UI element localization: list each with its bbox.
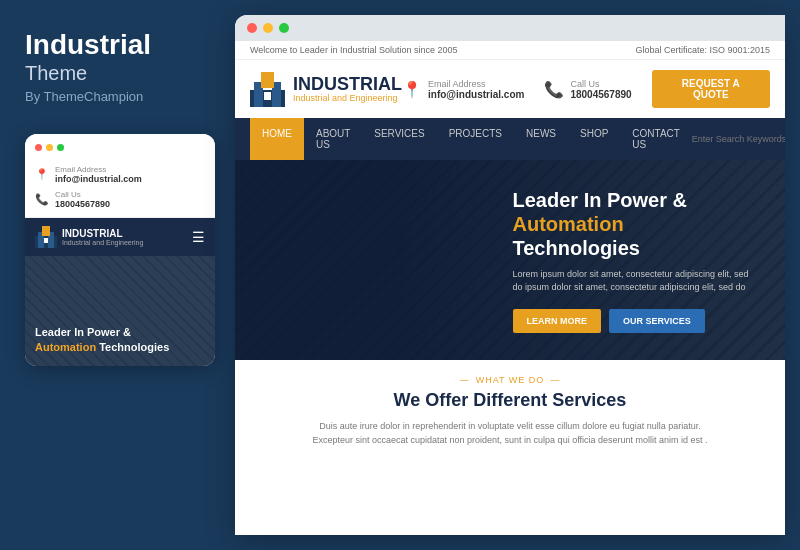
- desktop-logo-sub: Industrial and Engineering: [293, 93, 402, 103]
- desktop-phone-label: Call Us: [570, 79, 631, 89]
- nav-item-services[interactable]: SERVICES: [362, 118, 436, 160]
- desktop-logo: INDUSTRIAL Industrial and Engineering: [250, 72, 402, 107]
- mobile-dots: [35, 142, 64, 151]
- desktop-hero-buttons: LEARN MORE OUR SERVICES: [513, 309, 756, 333]
- services-what-we-do: WHAT WE DO: [255, 375, 765, 385]
- desktop-dot-red: [247, 23, 257, 33]
- mobile-hero-normal: Technologies: [96, 341, 169, 353]
- nav-item-news[interactable]: NEWS: [514, 118, 568, 160]
- hamburger-icon[interactable]: ☰: [192, 229, 205, 245]
- topbar-right-text: Global Certificate: ISO 9001:2015: [635, 45, 770, 55]
- desktop-email-icon: 📍: [402, 80, 422, 99]
- desktop-browser-bar: [235, 15, 785, 41]
- mobile-phone-label: Call Us: [55, 190, 110, 199]
- svg-rect-8: [261, 72, 274, 88]
- desktop-nav-links: HOME ABOUT US SERVICES PROJECTS NEWS SHO…: [250, 118, 692, 160]
- location-icon: 📍: [35, 168, 49, 181]
- mobile-mockup: 📍 Email Address info@industrial.com 📞 Ca…: [25, 134, 215, 366]
- desktop-phone-block: Call Us 18004567890: [570, 79, 631, 100]
- hero-normal: Technologies: [513, 237, 640, 259]
- mobile-email-value: info@industrial.com: [55, 174, 142, 184]
- right-panel: Welcome to Leader in Industrial Solution…: [235, 15, 785, 535]
- mobile-email-block: Email Address info@industrial.com: [55, 165, 142, 184]
- mobile-dot-red: [35, 144, 42, 151]
- mobile-phone-row: 📞 Call Us 18004567890: [35, 190, 205, 209]
- svg-rect-4: [44, 238, 48, 243]
- mobile-logo-name: INDUSTRIAL: [62, 228, 143, 239]
- brand-section: Industrial Theme By ThemeChampion: [25, 30, 210, 104]
- mobile-browser-bar: [25, 134, 215, 157]
- desktop-phone-value: 18004567890: [570, 89, 631, 100]
- desktop-dot-green: [279, 23, 289, 33]
- desktop-email-label: Email Address: [428, 79, 524, 89]
- desktop-header: INDUSTRIAL Industrial and Engineering 📍 …: [235, 60, 785, 118]
- brand-subtitle: Theme: [25, 61, 210, 85]
- search-input[interactable]: [692, 134, 785, 144]
- desktop-logo-icon: [250, 72, 285, 107]
- nav-item-projects[interactable]: PROJECTS: [437, 118, 514, 160]
- brand-author: By ThemeChampion: [25, 89, 210, 104]
- mobile-logo-icon: [35, 226, 57, 248]
- desktop-topbar: Welcome to Leader in Industrial Solution…: [235, 41, 785, 60]
- hero-line1: Leader In Power &: [513, 189, 688, 211]
- mobile-email-row: 📍 Email Address info@industrial.com: [35, 165, 205, 184]
- services-section: WHAT WE DO We Offer Different Services D…: [235, 360, 785, 535]
- svg-rect-3: [42, 226, 50, 236]
- desktop-logo-text-group: INDUSTRIAL Industrial and Engineering: [293, 75, 402, 103]
- mobile-hero: Leader In Power & Automation Technologie…: [25, 256, 215, 366]
- nav-item-home[interactable]: HOME: [250, 118, 304, 160]
- hero-accent: Automation: [513, 213, 624, 235]
- mobile-logo-text-group: INDUSTRIAL Industrial and Engineering: [62, 228, 143, 246]
- desktop-contact-group: 📍 Email Address info@industrial.com 📞 Ca…: [402, 70, 770, 108]
- our-services-button[interactable]: OUR SERVICES: [609, 309, 705, 333]
- left-panel: Industrial Theme By ThemeChampion 📍 Emai…: [0, 0, 235, 550]
- svg-rect-9: [264, 92, 271, 100]
- desktop-dot-yellow: [263, 23, 273, 33]
- mobile-email-label: Email Address: [55, 165, 142, 174]
- mobile-hero-content: Leader In Power & Automation Technologie…: [35, 325, 205, 354]
- services-description: Duis aute irure dolor in reprehenderit i…: [300, 419, 720, 448]
- quote-button[interactable]: REQUEST A QUOTE: [652, 70, 770, 108]
- mobile-phone-block: Call Us 18004567890: [55, 190, 110, 209]
- mobile-navbar: INDUSTRIAL Industrial and Engineering ☰: [25, 218, 215, 256]
- phone-icon: 📞: [35, 193, 49, 206]
- desktop-email-block: Email Address info@industrial.com: [428, 79, 524, 100]
- desktop-logo-name: INDUSTRIAL: [293, 75, 402, 93]
- desktop-phone-icon: 📞: [544, 80, 564, 99]
- learn-more-button[interactable]: LEARN MORE: [513, 309, 602, 333]
- topbar-left-text: Welcome to Leader in Industrial Solution…: [250, 45, 457, 55]
- brand-title: Industrial: [25, 30, 210, 61]
- mobile-logo: INDUSTRIAL Industrial and Engineering: [35, 226, 143, 248]
- desktop-nav: HOME ABOUT US SERVICES PROJECTS NEWS SHO…: [235, 118, 785, 160]
- desktop-email-value: info@industrial.com: [428, 89, 524, 100]
- mobile-contact-info: 📍 Email Address info@industrial.com 📞 Ca…: [25, 157, 215, 218]
- desktop-hero: Leader In Power & Automation Technologie…: [235, 160, 785, 360]
- mobile-dot-yellow: [46, 144, 53, 151]
- mobile-hero-line1: Leader In Power &: [35, 326, 131, 338]
- mobile-phone-value: 18004567890: [55, 199, 110, 209]
- desktop-hero-desc: Lorem ipsum dolor sit amet, consectetur …: [513, 268, 756, 295]
- mobile-hero-title: Leader In Power & Automation Technologie…: [35, 325, 205, 354]
- nav-item-shop[interactable]: SHOP: [568, 118, 620, 160]
- mobile-logo-sub: Industrial and Engineering: [62, 239, 143, 246]
- desktop-search-area: 🔍: [692, 132, 785, 146]
- services-title: We Offer Different Services: [255, 390, 765, 411]
- desktop-hero-content: Leader In Power & Automation Technologie…: [483, 168, 786, 353]
- desktop-email-item: 📍 Email Address info@industrial.com: [402, 79, 524, 100]
- nav-item-about[interactable]: ABOUT US: [304, 118, 362, 160]
- desktop-phone-item: 📞 Call Us 18004567890: [544, 79, 631, 100]
- mobile-hero-accent: Automation: [35, 341, 96, 353]
- desktop-site: Welcome to Leader in Industrial Solution…: [235, 41, 785, 535]
- desktop-hero-title: Leader In Power & Automation Technologie…: [513, 188, 756, 260]
- nav-item-contact[interactable]: CONTACT US: [620, 118, 691, 160]
- mobile-dot-green: [57, 144, 64, 151]
